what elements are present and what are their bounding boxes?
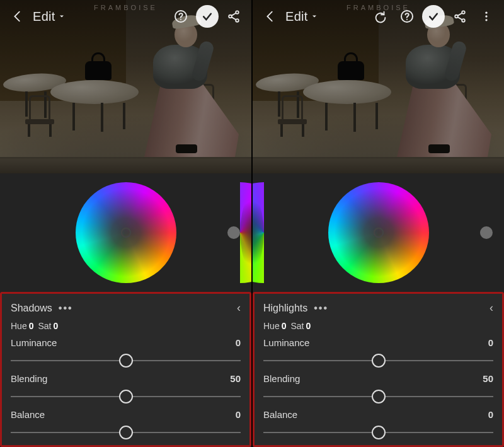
edit-menu[interactable]: Edit [285, 9, 318, 24]
svg-point-3 [229, 15, 232, 18]
next-wheel-peek[interactable] [240, 182, 251, 283]
slider-label: Blending [11, 373, 47, 384]
svg-point-10 [485, 12, 487, 14]
color-wheel-pointer[interactable] [374, 228, 384, 238]
redo-icon[interactable] [369, 5, 392, 28]
slider-value: 0 [236, 409, 241, 420]
slider-label: Luminance [263, 337, 309, 348]
section-title: Shadows [11, 303, 52, 314]
slider-value: 50 [230, 373, 241, 384]
pane-shadows: FRAMBOISE Edit [0, 0, 251, 447]
help-icon[interactable] [169, 5, 192, 28]
section-options-icon[interactable]: ••• [59, 303, 73, 314]
share-icon[interactable] [222, 5, 245, 28]
luminance-slider[interactable] [11, 354, 241, 367]
svg-point-2 [236, 11, 239, 14]
color-wheel-area [0, 173, 251, 292]
slider-label: Balance [11, 409, 45, 420]
collapse-icon[interactable]: ‹ [237, 301, 241, 315]
balance-slider[interactable] [263, 426, 493, 439]
section-title: Highlights [263, 303, 307, 314]
svg-point-6 [406, 19, 408, 20]
collapse-icon[interactable]: ‹ [490, 301, 493, 315]
slider-label: Blending [263, 373, 300, 384]
edit-label: Edit [33, 9, 55, 24]
svg-point-8 [455, 15, 458, 18]
sliders-panel: Shadows ••• ‹ Hue0 Sat0 Luminance0 Blend… [0, 292, 251, 447]
top-bar: Edit [253, 0, 504, 33]
slider-value: 0 [488, 337, 493, 348]
dropdown-icon [311, 13, 318, 20]
balance-slider[interactable] [11, 426, 241, 439]
more-icon[interactable] [475, 5, 498, 28]
dropdown-icon [58, 13, 66, 20]
top-bar: Edit [0, 0, 251, 33]
color-wheel-area [253, 173, 504, 292]
edit-menu[interactable]: Edit [33, 9, 66, 24]
svg-point-12 [485, 19, 487, 21]
prev-wheel-peek[interactable] [253, 182, 264, 283]
sliders-panel: Highlights ••• ‹ Hue0 Sat0 Luminance0 Bl… [253, 292, 504, 447]
share-icon[interactable] [449, 5, 471, 28]
svg-point-11 [485, 15, 487, 17]
hue-sat-readout: Hue0 Sat0 [263, 321, 493, 331]
hue-sat-readout: Hue0 Sat0 [11, 321, 241, 331]
luminance-slider[interactable] [263, 354, 493, 367]
svg-point-4 [236, 19, 239, 22]
confirm-icon[interactable] [196, 5, 219, 28]
back-icon[interactable] [259, 5, 282, 28]
svg-point-7 [462, 11, 465, 14]
slider-value: 0 [488, 409, 493, 420]
blending-slider[interactable] [263, 390, 493, 403]
color-wheel[interactable] [328, 182, 429, 283]
slider-label: Balance [263, 409, 297, 420]
wheel-side-dot[interactable] [480, 226, 493, 239]
wheel-side-dot[interactable] [227, 226, 240, 239]
svg-point-1 [180, 19, 181, 20]
confirm-icon[interactable] [422, 5, 445, 28]
color-wheel[interactable] [76, 182, 176, 283]
blending-slider[interactable] [11, 390, 241, 403]
slider-value: 0 [236, 337, 241, 348]
help-icon[interactable] [396, 5, 418, 28]
back-icon[interactable] [6, 5, 29, 28]
section-options-icon[interactable]: ••• [314, 303, 328, 314]
slider-value: 50 [483, 373, 493, 384]
slider-label: Luminance [11, 337, 57, 348]
svg-point-9 [462, 19, 465, 22]
pane-highlights: FRAMBOISE Edit [253, 0, 504, 447]
color-wheel-pointer[interactable] [121, 228, 131, 238]
edit-label: Edit [285, 9, 308, 24]
